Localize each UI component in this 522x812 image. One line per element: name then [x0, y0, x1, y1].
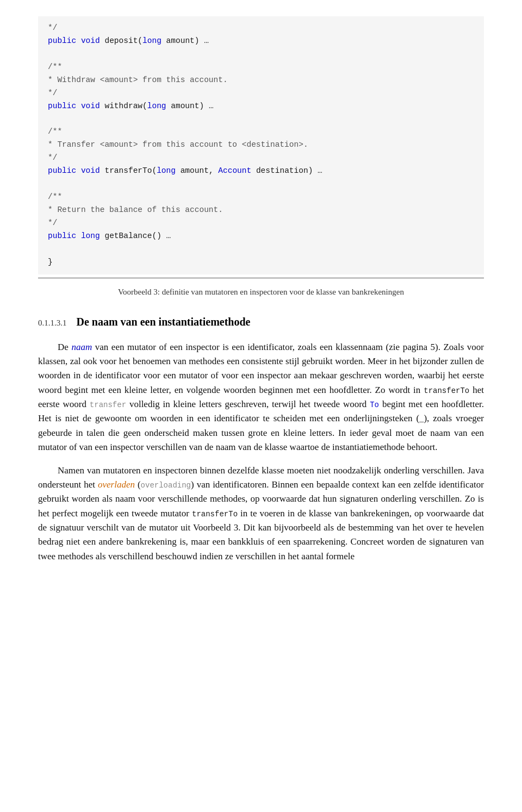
code-transferTo-2: transferTo [192, 510, 238, 519]
underscore-symbol: _ [419, 415, 424, 423]
code-line [48, 113, 474, 126]
code-line: /** [48, 191, 474, 204]
code-line: */ [48, 87, 474, 100]
code-line: */ [48, 152, 474, 165]
divider-section: Voorbeeld 3: definitie van mutatoren en … [38, 278, 484, 298]
code-transferTo: transferTo [424, 386, 469, 395]
code-line [48, 48, 474, 61]
code-line: public void deposit(long amount) … [48, 35, 474, 48]
code-block: */ public void deposit(long amount) … /*… [38, 16, 484, 274]
code-line: * Withdraw <amount> from this account. [48, 74, 474, 87]
section-number: 0.1.1.3.1 [38, 317, 67, 329]
code-line: /** [48, 61, 474, 74]
paragraph-2: Namen van mutatoren en inspectoren binne… [38, 464, 484, 564]
code-line: */ [48, 22, 474, 35]
paragraph-1: De naam van een mutator of een inspector… [38, 340, 484, 455]
code-line: */ [48, 217, 474, 230]
code-line: * Transfer <amount> from this account to… [48, 139, 474, 152]
term-naam: naam [71, 342, 92, 352]
code-line: public void transferTo(long amount, Acco… [48, 165, 474, 178]
term-overladen: overladen [98, 479, 135, 490]
section-heading: 0.1.1.3.1 De naam van een instantiatieme… [38, 314, 484, 330]
code-line: * Return the balance of this account. [48, 204, 474, 217]
code-line: public void withdraw(long amount) … [48, 100, 474, 113]
code-line: public long getBalance() … [48, 230, 474, 243]
code-line: } [48, 256, 474, 269]
code-line [48, 243, 474, 256]
code-transfer: transfer [90, 401, 126, 409]
code-line [48, 178, 474, 191]
code-To: To [370, 401, 379, 409]
code-line: /** [48, 126, 474, 139]
figure-caption: Voorbeeld 3: definitie van mutatoren en … [38, 282, 484, 298]
section-title: De naam van een instantiatiemethode [77, 314, 251, 330]
term-overloading: overloading [141, 481, 191, 490]
